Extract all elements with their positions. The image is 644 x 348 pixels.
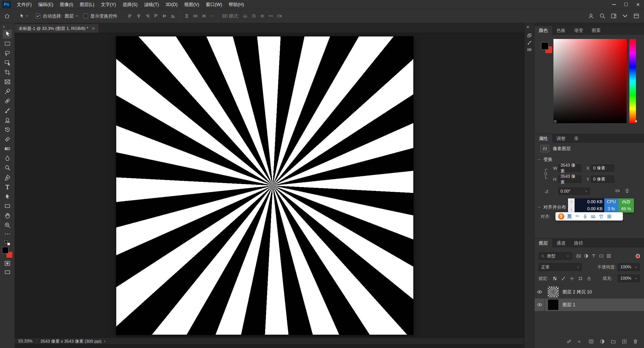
menu-item[interactable]: 图像(I) — [57, 0, 76, 9]
color-panel-menu-icon[interactable] — [637, 28, 643, 33]
align-bottom-edges-button[interactable] — [169, 12, 177, 20]
home-button[interactable] — [3, 12, 12, 21]
new-layer-button[interactable] — [621, 338, 627, 344]
panel-layout-icon[interactable] — [633, 13, 639, 19]
layer-visibility-toggle[interactable] — [535, 286, 545, 298]
distribute-vertical-button[interactable] — [183, 12, 190, 20]
lock-image-pixels-button[interactable] — [560, 275, 567, 281]
new-group-button[interactable] — [610, 338, 616, 344]
default-colors-icon[interactable] — [5, 240, 10, 245]
collapsed-brush-panel-icon[interactable] — [526, 39, 533, 46]
path-selection-tool[interactable] — [3, 192, 12, 201]
layer-name[interactable]: 图层 1 — [562, 302, 575, 308]
layer-filter-type-dropdown[interactable]: 类型 — [539, 252, 572, 260]
tab-layers[interactable]: 图层 — [535, 239, 552, 247]
3d-orbit-mode-button[interactable] — [241, 12, 249, 20]
close-button[interactable]: × — [632, 0, 644, 9]
new-adjustment-layer-button[interactable] — [599, 338, 605, 344]
lock-transparent-pixels-button[interactable] — [552, 275, 558, 281]
menu-item[interactable]: 文字(Y) — [98, 0, 119, 9]
filter-smart-objects-button[interactable] — [606, 253, 612, 259]
layer-row-1[interactable]: 图层 1 — [535, 298, 644, 311]
move-tool[interactable] — [3, 30, 12, 38]
object-selection-tool[interactable] — [3, 58, 12, 67]
expand-panels-chevron[interactable]: « — [525, 24, 529, 29]
transform-section-header[interactable]: 变换 — [535, 154, 644, 164]
zoom-tool[interactable] — [3, 221, 12, 230]
eraser-tool[interactable] — [3, 135, 12, 144]
menu-item[interactable]: 窗口(W) — [203, 0, 225, 9]
lock-position-button[interactable] — [569, 275, 575, 281]
layers-panel-menu-icon[interactable] — [637, 241, 643, 246]
show-transform-controls-checkbox[interactable]: 显示变换控件 — [83, 13, 117, 19]
layer-visibility-toggle[interactable] — [535, 298, 545, 311]
flip-vertical-icon[interactable] — [624, 188, 630, 194]
more-align-options-button[interactable] — [208, 12, 215, 20]
healing-brush-tool[interactable] — [3, 97, 12, 105]
width-field[interactable]: 3543 像素 — [558, 164, 581, 172]
flip-horizontal-icon[interactable] — [615, 188, 620, 194]
foreground-color-swatch[interactable] — [2, 247, 9, 253]
menu-item[interactable]: 文件(F) — [14, 0, 35, 9]
collapsed-panel-group-icon[interactable] — [526, 32, 533, 39]
menu-item[interactable]: 编辑(E) — [35, 0, 57, 9]
fill-dropdown[interactable]: 100% — [618, 275, 640, 282]
auto-select-checkbox[interactable]: 自动选择: — [36, 13, 62, 19]
filter-pixel-layers-button[interactable] — [575, 253, 582, 259]
foreground-background-swatches[interactable] — [2, 247, 13, 258]
layer-name[interactable]: 图层 2 拷贝 10 — [562, 289, 592, 295]
layer-thumbnail[interactable] — [548, 299, 559, 310]
blur-tool[interactable] — [3, 154, 12, 163]
workspace-switcher-icon[interactable] — [611, 13, 617, 19]
link-dimensions-icon[interactable] — [543, 166, 549, 181]
tab-properties[interactable]: 属性 — [535, 134, 552, 143]
tab-gradients[interactable]: 渐变 — [570, 26, 587, 35]
foreground-color-swatch[interactable] — [541, 42, 549, 50]
ime-mic-icon[interactable] — [583, 214, 588, 219]
document-canvas[interactable] — [116, 36, 413, 335]
ime-language-mode[interactable]: 英 — [567, 213, 572, 220]
layer-effects-button[interactable] — [577, 338, 583, 344]
align-horizontal-centers-button[interactable] — [135, 12, 142, 20]
align-top-edges-button[interactable] — [152, 12, 159, 20]
3d-pan-mode-button[interactable] — [258, 12, 266, 20]
ime-punctuation-icon[interactable] — [575, 214, 580, 219]
tab-close-icon[interactable]: × — [92, 26, 95, 31]
rotation-angle-dropdown[interactable]: 0.00° — [558, 188, 590, 195]
blend-mode-dropdown[interactable]: 正常 — [539, 263, 582, 271]
3d-slide-mode-button[interactable] — [267, 12, 274, 20]
account-icon[interactable] — [588, 13, 594, 19]
y-field[interactable]: 0 像素 — [591, 176, 614, 183]
zoom-level-field[interactable]: 33.33% — [18, 339, 37, 344]
layer-thumbnail[interactable] — [548, 286, 559, 297]
properties-panel-menu-icon[interactable] — [637, 136, 643, 141]
crop-tool[interactable] — [3, 68, 12, 77]
tab-channels[interactable]: 通道 — [552, 239, 570, 247]
filter-shape-layers-button[interactable] — [598, 253, 605, 259]
lock-all-button[interactable] — [586, 275, 592, 281]
layer-row-copy-10[interactable]: 图层 2 拷贝 10 — [535, 285, 644, 298]
filter-type-layers-button[interactable] — [590, 253, 597, 259]
distribute-centers-button[interactable] — [200, 12, 208, 20]
quick-mask-button[interactable] — [3, 259, 12, 268]
x-field[interactable]: 0 像素 — [591, 164, 614, 172]
distribute-horizontal-button[interactable] — [191, 12, 199, 20]
auto-select-target-dropdown[interactable]: 图层 — [65, 13, 78, 19]
ime-toolbox-icon[interactable] — [607, 214, 612, 219]
saturation-brightness-box[interactable] — [553, 39, 627, 123]
ime-skin-icon[interactable] — [599, 214, 604, 219]
frame-tool[interactable] — [3, 77, 12, 86]
restore-button[interactable] — [620, 0, 632, 9]
lock-artboard-button[interactable] — [578, 275, 584, 281]
dodge-tool[interactable] — [3, 163, 12, 172]
menu-item[interactable]: 3D(D) — [162, 0, 181, 9]
photoshop-logo[interactable]: Ps — [2, 1, 11, 8]
tab-adjustments[interactable]: 调整 — [552, 134, 570, 143]
3d-roll-mode-button[interactable] — [250, 12, 257, 20]
chevron-down-icon[interactable] — [622, 13, 628, 19]
menu-item[interactable]: 滤镜(T) — [141, 0, 162, 9]
rectangle-tool[interactable] — [3, 202, 12, 210]
height-field[interactable]: 3543 像素 — [558, 176, 581, 183]
menu-item[interactable]: 帮助(H) — [225, 0, 247, 9]
minimize-button[interactable] — [608, 0, 620, 9]
